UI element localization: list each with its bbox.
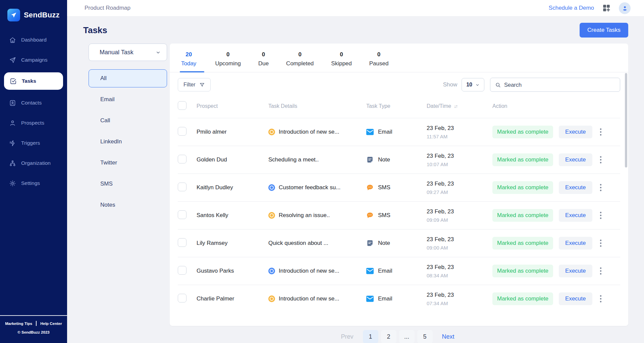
task-detail-text: Introduction of new se... <box>279 268 339 274</box>
create-tasks-button[interactable]: Create Tasks <box>580 23 628 38</box>
row-menu-dots-icon[interactable] <box>600 184 602 192</box>
help-center-link[interactable]: Help Center <box>40 322 62 326</box>
channel-filter-sms[interactable]: SMS <box>89 175 167 193</box>
task-detail: Quick question about ... <box>268 240 366 247</box>
sidebar-item-triggers[interactable]: Triggers <box>0 135 67 151</box>
sidebar-item-tasks[interactable]: Tasks <box>4 72 63 90</box>
channel-filter-twitter[interactable]: Twitter <box>89 154 167 172</box>
tab-count: 20 <box>181 51 196 58</box>
channel-filter-all[interactable]: All <box>89 69 167 87</box>
chevron-down-icon <box>156 50 161 55</box>
apps-grid-icon[interactable] <box>602 4 611 12</box>
row-checkbox[interactable] <box>178 266 186 275</box>
sms-icon <box>366 212 374 219</box>
page-ellipsis-button[interactable]: ... <box>399 330 415 343</box>
execute-button[interactable]: Execute <box>559 237 592 250</box>
task-type-label: SMS <box>378 184 390 191</box>
marked-complete-button[interactable]: Marked as complete <box>492 181 553 194</box>
row-checkbox[interactable] <box>178 183 186 191</box>
row-checkbox[interactable] <box>178 127 186 136</box>
page-button-5[interactable]: 5 <box>417 330 433 343</box>
sidebar-item-label: Contacts <box>21 100 42 106</box>
execute-button[interactable]: Execute <box>559 153 592 166</box>
gear-icon <box>9 180 16 187</box>
marketing-tips-link[interactable]: Marketing Tips <box>5 322 32 326</box>
task-type-dropdown[interactable]: Manual Task <box>89 44 167 61</box>
tab-due[interactable]: 0Due <box>250 48 277 72</box>
task-type: Note <box>366 239 427 247</box>
task-type: Email <box>366 128 427 136</box>
sidebar-item-settings[interactable]: Settings <box>0 176 67 191</box>
vertical-scrollbar[interactable] <box>625 73 627 167</box>
sidebar-item-contacts[interactable]: Contacts <box>0 95 67 111</box>
select-all-checkbox[interactable] <box>178 101 186 110</box>
tab-upcoming[interactable]: 0Upcoming <box>206 48 250 72</box>
row-menu-dots-icon[interactable] <box>600 295 602 303</box>
row-menu-dots-icon[interactable] <box>600 156 602 164</box>
datetime-cell: 23 Feb, 2307:34 AM <box>427 292 492 306</box>
row-checkbox[interactable] <box>178 294 186 302</box>
row-menu-dots-icon[interactable] <box>600 239 602 247</box>
filter-button[interactable]: Filter <box>178 78 211 91</box>
next-page-link[interactable]: Next <box>442 333 454 340</box>
prospect-name: Gustavo Parks <box>197 268 268 274</box>
search-input[interactable] <box>504 82 615 88</box>
tab-today[interactable]: 20Today <box>178 48 206 72</box>
channel-filter-notes[interactable]: Notes <box>89 196 167 214</box>
channel-filter-email[interactable]: Email <box>89 90 167 109</box>
marked-complete-button[interactable]: Marked as complete <box>492 237 553 250</box>
user-avatar[interactable] <box>619 2 631 14</box>
pagination: Prev 12...5 Next <box>167 330 628 343</box>
row-checkbox[interactable] <box>178 155 186 163</box>
chevron-down-icon <box>475 83 480 87</box>
tab-label: Paused <box>369 60 389 67</box>
execute-button[interactable]: Execute <box>559 265 592 277</box>
task-detail: Introduction of new se... <box>268 268 366 274</box>
sidebar-item-dashboard[interactable]: Dashboard <box>0 32 67 48</box>
action-cell: Marked as completeExecute <box>492 292 620 305</box>
prospect-name: Charlie Palmer <box>197 295 268 302</box>
channel-filter-linkedin[interactable]: LinkedIn <box>89 133 167 151</box>
schedule-demo-link[interactable]: Schedule a Demo <box>549 5 594 11</box>
sidebar-item-prospects[interactable]: Prospects <box>0 115 67 131</box>
tab-label: Completed <box>286 60 314 67</box>
prev-page-link[interactable]: Prev <box>341 333 353 340</box>
tab-completed[interactable]: 0Completed <box>277 48 322 72</box>
marked-complete-button[interactable]: Marked as complete <box>492 292 553 305</box>
tab-count: 0 <box>215 51 241 58</box>
execute-button[interactable]: Execute <box>559 209 592 222</box>
task-time: 07:34 AM <box>427 300 492 306</box>
task-time: 08:34 AM <box>427 273 492 278</box>
sidebar-item-organization[interactable]: Organization <box>0 155 67 171</box>
execute-button[interactable]: Execute <box>559 292 592 305</box>
execute-button[interactable]: Execute <box>559 126 592 138</box>
marked-complete-button[interactable]: Marked as complete <box>492 153 553 166</box>
task-type-label: SMS <box>378 212 390 219</box>
task-type: SMS <box>366 212 427 219</box>
marked-complete-button[interactable]: Marked as complete <box>492 126 553 138</box>
marked-complete-button[interactable]: Marked as complete <box>492 209 553 222</box>
tab-skipped[interactable]: 0Skipped <box>322 48 360 72</box>
row-menu-dots-icon[interactable] <box>600 267 602 275</box>
tabs: 20Today0Upcoming0Due0Completed0Skipped0P… <box>170 44 628 72</box>
task-type: Note <box>366 156 427 163</box>
tab-paused[interactable]: 0Paused <box>361 48 397 72</box>
funnel-icon <box>199 82 205 88</box>
brand[interactable]: SendBuzz <box>0 0 67 31</box>
datetime-cell: 23 Feb, 2309:09 AM <box>427 208 492 223</box>
page-button-1[interactable]: 1 <box>363 330 378 343</box>
row-menu-dots-icon[interactable] <box>600 128 602 136</box>
campaign-badge-icon <box>268 184 275 191</box>
row-checkbox[interactable] <box>178 210 186 219</box>
sort-icon[interactable]: ↓↑ <box>454 104 457 109</box>
sidebar-item-campaigns[interactable]: Campaigns <box>0 52 67 68</box>
page-size-dropdown[interactable]: 10 <box>462 78 484 91</box>
toolbar: Filter Show 10 <box>178 78 620 92</box>
task-type: Email <box>366 295 427 302</box>
marked-complete-button[interactable]: Marked as complete <box>492 265 553 277</box>
channel-filter-call[interactable]: Call <box>89 112 167 130</box>
page-button-2[interactable]: 2 <box>381 330 396 343</box>
execute-button[interactable]: Execute <box>559 181 592 194</box>
row-menu-dots-icon[interactable] <box>600 211 602 219</box>
row-checkbox[interactable] <box>178 238 186 247</box>
